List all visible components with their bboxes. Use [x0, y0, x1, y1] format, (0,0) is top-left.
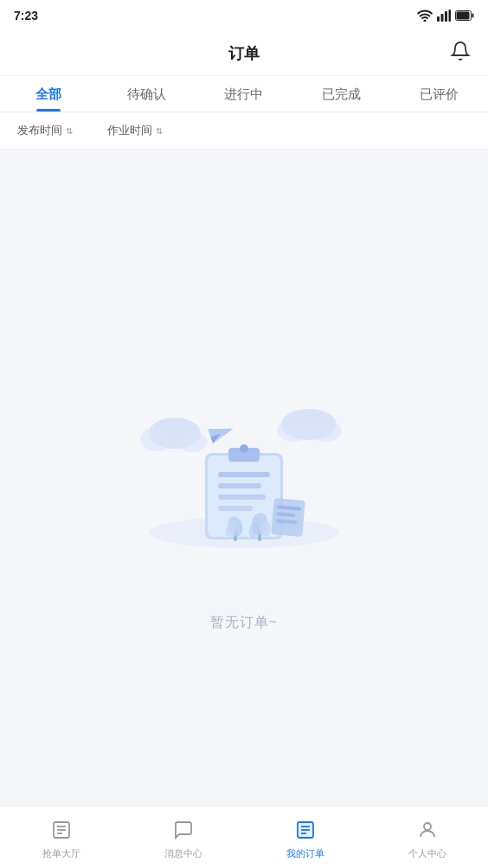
svg-point-10 — [177, 431, 208, 452]
empty-text: 暂无订单~ — [210, 614, 278, 632]
nav-label-orders: 我的订单 — [286, 847, 324, 860]
svg-rect-0 — [437, 16, 440, 22]
svg-point-43 — [424, 823, 431, 830]
tab-completed[interactable]: 已完成 — [292, 76, 390, 112]
signal-icon — [437, 10, 451, 22]
nav-label-hall: 抢单大厅 — [42, 847, 80, 860]
tab-all[interactable]: 全部 — [0, 76, 98, 112]
nav-label-messages: 消息中心 — [164, 847, 202, 860]
nav-item-profile[interactable]: 个人中心 — [366, 814, 488, 860]
filter-work-arrow: ⇅ — [156, 126, 163, 136]
svg-rect-20 — [218, 472, 270, 477]
svg-point-9 — [140, 427, 175, 451]
user-icon — [417, 820, 438, 844]
svg-point-13 — [311, 421, 342, 442]
filter-bar: 发布时间 ⇅ 作业时间 ⇅ — [0, 112, 488, 150]
header: 订单 — [0, 31, 488, 76]
orders-icon — [295, 820, 316, 844]
filter-publish-time[interactable]: 发布时间 ⇅ — [17, 123, 73, 138]
empty-illustration — [123, 351, 365, 593]
svg-rect-21 — [218, 483, 261, 488]
empty-state: 暂无订单~ — [0, 150, 488, 868]
nav-item-hall[interactable]: 抢单大厅 — [0, 814, 122, 860]
battery-icon — [455, 10, 474, 21]
svg-point-12 — [277, 419, 311, 442]
svg-rect-24 — [271, 498, 305, 537]
svg-rect-3 — [449, 10, 452, 22]
bell-button[interactable] — [450, 41, 471, 67]
svg-rect-6 — [472, 14, 474, 18]
status-time: 7:23 — [14, 9, 38, 22]
chat-icon — [173, 820, 194, 844]
filter-publish-arrow: ⇅ — [66, 126, 73, 136]
tab-bar: 全部 待确认 进行中 已完成 已评价 — [0, 76, 488, 112]
tab-reviewed[interactable]: 已评价 — [390, 76, 488, 112]
nav-item-orders[interactable]: 我的订单 — [244, 814, 366, 860]
svg-rect-22 — [218, 495, 266, 500]
nav-item-messages[interactable]: 消息中心 — [122, 814, 244, 860]
list-icon — [51, 820, 72, 844]
status-bar: 7:23 — [0, 0, 488, 31]
filter-work-time[interactable]: 作业时间 ⇅ — [107, 123, 163, 138]
tab-pending[interactable]: 待确认 — [98, 76, 196, 112]
bottom-nav: 抢单大厅 消息中心 我的订单 个人中心 — [0, 806, 488, 868]
nav-label-profile: 个人中心 — [408, 847, 446, 860]
status-icons — [417, 10, 474, 22]
svg-rect-2 — [445, 11, 447, 22]
tab-inprogress[interactable]: 进行中 — [196, 76, 293, 112]
page-title: 订单 — [228, 43, 260, 64]
wifi-icon — [417, 10, 433, 22]
filter-publish-label: 发布时间 — [17, 123, 62, 138]
filter-work-label: 作业时间 — [107, 123, 152, 138]
svg-rect-23 — [218, 506, 253, 511]
svg-rect-5 — [457, 12, 470, 20]
svg-point-19 — [240, 444, 248, 453]
svg-rect-1 — [441, 14, 444, 22]
